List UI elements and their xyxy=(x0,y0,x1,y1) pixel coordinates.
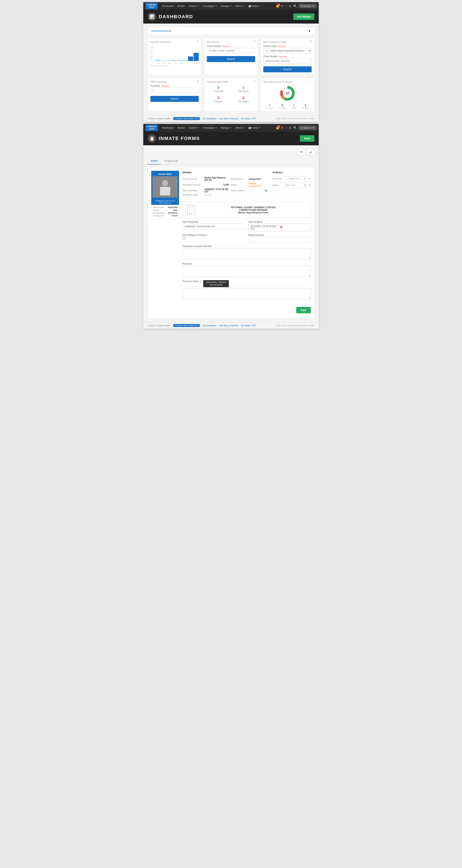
nav-investigate-2[interactable]: Investigate▼ xyxy=(201,124,219,132)
dev-mode-link-1[interactable]: Dev Mode: OFF xyxy=(241,118,256,120)
notification-badge-2[interactable]: 🔔 3 xyxy=(276,126,279,129)
completed-stat: 0 Completed xyxy=(207,85,230,93)
mail-icon-2[interactable]: ✉ xyxy=(281,126,284,129)
add-widget-button[interactable]: Add Widget xyxy=(293,13,315,20)
nav-admin-2[interactable]: Admin▼ xyxy=(234,124,246,132)
nav-admin-1[interactable]: Admin▼ xyxy=(234,2,246,10)
escalation-1-link[interactable]: 1 xyxy=(207,194,208,196)
good-behavior-label: Good Behavior Checked: ℹ xyxy=(183,234,245,236)
nav-dashboard-2[interactable]: Dashboard xyxy=(160,124,175,132)
nav-explore-2[interactable]: Explore▼ xyxy=(187,124,201,132)
chevron-down-icon: ▼ xyxy=(312,5,315,7)
employee-button-1[interactable]: Employee ▼ xyxy=(299,4,317,8)
user-story-link-1[interactable]: User Story Checklist xyxy=(219,118,238,120)
nav-manage-1[interactable]: Manage▼ xyxy=(219,2,233,10)
nav-facility-1[interactable]: 🏢 Facility▼ xyxy=(246,2,262,10)
gear-icon[interactable]: ⚙ xyxy=(253,80,256,83)
build-info-2: Build: 4911 Facility Routing Number: 990… xyxy=(276,324,315,327)
nav-monitor-1[interactable]: Monitor xyxy=(175,2,187,10)
pan-phone-input[interactable] xyxy=(263,58,311,63)
badge-count-2: 3 xyxy=(277,125,280,128)
admin-mode-badge-1[interactable]: Compan Admin Mode: OFF xyxy=(173,117,200,120)
nav-manage-2[interactable]: Manage▼ xyxy=(219,124,233,132)
bna-search-button[interactable]: Search xyxy=(207,56,255,62)
description-textarea[interactable] xyxy=(183,248,311,259)
nav-investigate-1[interactable]: Investigate▼ xyxy=(201,2,219,10)
processor-select[interactable]: -- Select One -- xyxy=(284,176,307,181)
user-story-link-2[interactable]: User Story Checklist xyxy=(219,324,238,327)
donut-svg: 12 xyxy=(279,85,296,102)
chevron-down-icon: ▼ xyxy=(259,127,261,129)
action-bar: ✉ 🖨 xyxy=(147,149,315,155)
tab-progression[interactable]: Progression xyxy=(161,158,182,164)
chevron-down-icon: ▼ xyxy=(312,126,315,129)
calendar-icon[interactable]: 📅 xyxy=(279,226,309,229)
status-value: Waiting Assignment xyxy=(247,182,269,188)
help-icon-2[interactable]: ? xyxy=(285,126,287,129)
gear-icon[interactable]: ⚙ xyxy=(253,40,256,43)
employee-button-2[interactable]: Employee ▼ xyxy=(299,126,317,130)
company-logo-1[interactable]: COMPANY LOGO xyxy=(145,3,158,9)
aif-title: All Inmate Forms | In Status xyxy=(263,81,292,83)
bna-phone-input[interactable] xyxy=(207,48,255,53)
date-assigned-input[interactable]: 10/14/2017 10:01:00 AM CST 📅 xyxy=(248,224,311,231)
pan-detail-search-button[interactable]: Search xyxy=(263,66,311,72)
details-title: Details xyxy=(183,171,269,174)
date-submitted-label: Date Submitted: xyxy=(183,188,203,193)
response-textarea[interactable] xyxy=(183,266,311,277)
nav-facility-2[interactable]: 🏢 Facility▼ xyxy=(246,124,262,132)
nav-dashboard-1[interactable]: Dashboard xyxy=(160,2,175,10)
threshold-input[interactable] xyxy=(151,88,199,93)
nav-explore-1[interactable]: Explore▼ xyxy=(187,2,201,10)
official-form-header: FICTIONAL COUNTY SHERIFF'S OFFICE CORREC… xyxy=(183,202,311,218)
company-logo-2[interactable]: COMPANY LOGO xyxy=(145,125,158,131)
inmate-layout: Inmate Name Inmate ID: 111111111 PIN: 11… xyxy=(151,171,311,303)
bottom-save-button[interactable]: Save xyxy=(296,307,311,313)
top-save-button[interactable]: Save xyxy=(300,135,315,142)
dev-mode-link-2[interactable]: Dev Mode: OFF xyxy=(241,324,256,327)
admin-mode-badge-2[interactable]: Compan Admin Mode: OFF xyxy=(173,324,200,327)
mail-icon-1[interactable]: ✉ xyxy=(281,4,284,8)
nav-links-1: Dashboard Monitor Explore▼ Investigate▼ … xyxy=(160,2,276,10)
form-name-value: Barber Appt Request (H3-57) xyxy=(203,176,231,182)
good-behavior-checkbox[interactable] xyxy=(183,237,185,240)
more-options-icon[interactable]: ⋮ xyxy=(309,81,311,84)
info-icon[interactable]: ℹ xyxy=(207,234,208,236)
status-label: Status: xyxy=(231,182,247,188)
country-select[interactable]: 1 - United States/Canada/Caribbean xyxy=(263,48,311,54)
dashboard-content: Announcements ▼ General Call Activity ⚙ … xyxy=(143,24,319,115)
gca-title: General Call Activity xyxy=(151,41,199,43)
barber-assigned-input[interactable] xyxy=(248,237,311,243)
status-select[interactable]: -- Select One -- xyxy=(280,183,307,188)
gear-icon[interactable]: ⚙ xyxy=(197,80,199,83)
nav-monitor-2[interactable]: Monitor xyxy=(175,124,187,132)
email-button[interactable]: ✉ xyxy=(298,149,305,155)
tab-form[interactable]: Form xyxy=(147,158,161,164)
bna-search-widget: BNA Search ⚙ Phone Number Required Searc… xyxy=(204,38,258,75)
details-section: Details Form Name (#): Barber Appt Reque… xyxy=(183,171,269,196)
search-icon-2[interactable]: 🔍 xyxy=(293,126,297,129)
bar-tue xyxy=(177,60,182,61)
search-icon-1[interactable]: 🔍 xyxy=(293,4,297,8)
flagged-label: Flagged xyxy=(208,100,229,103)
gear-icon[interactable]: ⚙ xyxy=(310,40,312,43)
description-field: Description of Service Needed: xyxy=(183,245,311,260)
settings-icon-2[interactable]: ⚙ xyxy=(289,126,292,129)
notification-badge-1[interactable]: 🔔 3 xyxy=(276,4,279,8)
svg-rect-7 xyxy=(160,187,170,195)
ux-guidelines-link-2[interactable]: UX Guidelines xyxy=(203,324,216,327)
processor-notes-textarea[interactable] xyxy=(183,288,311,300)
escalation-2-link[interactable]: 2 xyxy=(210,194,211,196)
print-button[interactable]: 🖨 xyxy=(307,149,315,155)
info-icon-processor[interactable]: ℹ xyxy=(201,280,201,282)
gear-icon[interactable]: ⚙ xyxy=(197,40,199,43)
pan-freq-search-button[interactable]: Search xyxy=(151,96,199,102)
help-icon-1[interactable]: ? xyxy=(285,4,287,8)
ux-guidelines-link-1[interactable]: UX Guidelines xyxy=(203,118,216,120)
announcements-bar[interactable]: Announcements ▼ xyxy=(147,27,315,35)
completed-label: Completed xyxy=(208,90,229,92)
bar-current xyxy=(194,53,199,61)
escalation-row: Escalation Level: 0 | 1 | 2 xyxy=(183,193,269,196)
form-name-row: Form Name (#): Barber Appt Request (H3-5… xyxy=(183,176,269,182)
settings-icon-1[interactable]: ⚙ xyxy=(289,4,292,8)
